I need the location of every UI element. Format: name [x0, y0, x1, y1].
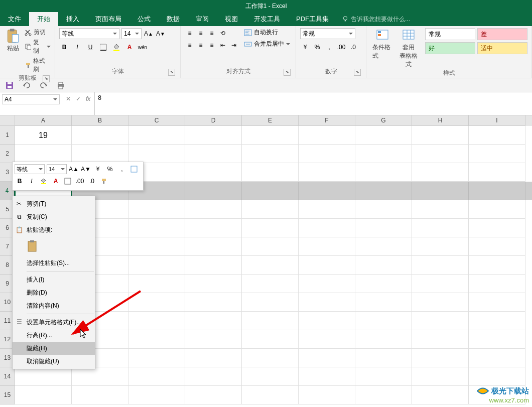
cell[interactable]: [355, 330, 412, 349]
cell[interactable]: [299, 237, 355, 256]
font-color-button[interactable]: A: [124, 42, 135, 52]
cell[interactable]: [299, 163, 355, 182]
cell[interactable]: [299, 386, 355, 404]
cell[interactable]: [299, 126, 355, 145]
row-header[interactable]: 14: [0, 367, 15, 386]
mini-size-combo[interactable]: 14: [47, 164, 67, 174]
cell[interactable]: [242, 349, 299, 367]
cell[interactable]: [128, 126, 185, 145]
cell[interactable]: [299, 367, 355, 386]
cell[interactable]: [355, 237, 412, 256]
cell[interactable]: [185, 237, 242, 256]
cell[interactable]: [355, 367, 412, 386]
align-bottom-button[interactable]: ≡: [207, 28, 217, 38]
cell[interactable]: [242, 145, 299, 163]
cell[interactable]: [469, 367, 525, 386]
tab-formula[interactable]: 公式: [129, 12, 159, 26]
tab-review[interactable]: 审阅: [188, 12, 217, 26]
cell[interactable]: [242, 386, 299, 404]
cell[interactable]: [355, 312, 412, 330]
cell[interactable]: [242, 219, 299, 237]
decrease-indent-button[interactable]: ⇤: [218, 40, 228, 50]
cell[interactable]: [128, 237, 185, 256]
cell[interactable]: [469, 200, 525, 219]
cell[interactable]: [128, 349, 185, 367]
cell[interactable]: [469, 330, 525, 349]
mini-border-button[interactable]: [63, 176, 73, 186]
mini-decrease-font-button[interactable]: A▼: [81, 164, 91, 174]
cell[interactable]: [469, 349, 525, 367]
dialog-launcher-icon[interactable]: ⬊: [284, 69, 291, 76]
percent-button[interactable]: %: [312, 42, 322, 52]
decrease-decimal-button[interactable]: .0: [348, 42, 358, 52]
font-name-combo[interactable]: 等线: [59, 28, 119, 39]
dialog-launcher-icon[interactable]: ⬊: [168, 69, 175, 76]
cell[interactable]: [355, 293, 412, 312]
mini-fill-button[interactable]: [39, 176, 49, 186]
align-left-button[interactable]: ≡: [185, 40, 195, 50]
cell[interactable]: [469, 182, 525, 200]
align-top-button[interactable]: ≡: [185, 28, 195, 38]
cell[interactable]: [185, 349, 242, 367]
cell[interactable]: [185, 367, 242, 386]
tab-layout[interactable]: 页面布局: [87, 12, 129, 26]
cell[interactable]: [72, 367, 128, 386]
mini-bold-button[interactable]: B: [15, 176, 25, 186]
menu-hide[interactable]: 隐藏(H): [13, 342, 95, 355]
formula-input[interactable]: 8: [94, 92, 532, 115]
cell[interactable]: [412, 275, 469, 293]
cell[interactable]: [412, 182, 469, 200]
cell[interactable]: [355, 182, 412, 200]
cell[interactable]: [355, 349, 412, 367]
row-header[interactable]: 15: [0, 386, 15, 404]
tab-home[interactable]: 开始: [29, 12, 58, 26]
cell[interactable]: [469, 293, 525, 312]
cell[interactable]: [128, 293, 185, 312]
cell[interactable]: [242, 275, 299, 293]
cell[interactable]: [128, 312, 185, 330]
increase-indent-button[interactable]: ⇥: [229, 40, 239, 50]
merge-center-button[interactable]: 合并后居中: [244, 40, 290, 48]
cell[interactable]: [185, 163, 242, 182]
tab-dev[interactable]: 开发工具: [246, 12, 288, 26]
cell[interactable]: [128, 219, 185, 237]
cell[interactable]: [355, 219, 412, 237]
cell[interactable]: [242, 312, 299, 330]
cell[interactable]: [185, 275, 242, 293]
menu-delete[interactable]: 删除(D): [13, 286, 95, 299]
cell[interactable]: [355, 200, 412, 219]
column-header[interactable]: H: [412, 115, 469, 126]
cancel-formula-button[interactable]: ✕: [66, 95, 71, 102]
cell[interactable]: [185, 126, 242, 145]
cell[interactable]: [242, 200, 299, 219]
cell[interactable]: [128, 330, 185, 349]
cell[interactable]: [185, 293, 242, 312]
wrap-text-button[interactable]: 自动换行: [244, 28, 290, 37]
cell[interactable]: [185, 200, 242, 219]
conditional-format-button[interactable]: 条件格式: [370, 28, 396, 60]
cell[interactable]: [185, 256, 242, 275]
cell[interactable]: [412, 312, 469, 330]
cell[interactable]: [242, 330, 299, 349]
cell[interactable]: [242, 126, 299, 145]
cell[interactable]: [299, 256, 355, 275]
cell[interactable]: [412, 237, 469, 256]
cell-style-neutral[interactable]: 适中: [477, 42, 527, 54]
cell[interactable]: [412, 349, 469, 367]
increase-decimal-button[interactable]: .00: [336, 42, 346, 52]
format-painter-button[interactable]: 格式刷: [25, 57, 51, 74]
menu-paste-options[interactable]: 📋粘贴选项:: [13, 223, 95, 236]
cell[interactable]: [128, 200, 185, 219]
cell[interactable]: [128, 145, 185, 163]
menu-paste-special[interactable]: 选择性粘贴(S)...: [13, 256, 95, 269]
cell-style-bad[interactable]: 差: [477, 28, 527, 40]
name-box[interactable]: A4: [2, 94, 60, 104]
mini-format-button[interactable]: [129, 164, 139, 174]
align-right-button[interactable]: ≡: [207, 40, 217, 50]
cell[interactable]: [72, 145, 128, 163]
align-center-button[interactable]: ≡: [196, 40, 206, 50]
cell[interactable]: [469, 219, 525, 237]
decrease-font-button[interactable]: A▼: [156, 29, 166, 39]
column-header[interactable]: E: [242, 115, 299, 126]
underline-button[interactable]: U: [85, 42, 95, 52]
